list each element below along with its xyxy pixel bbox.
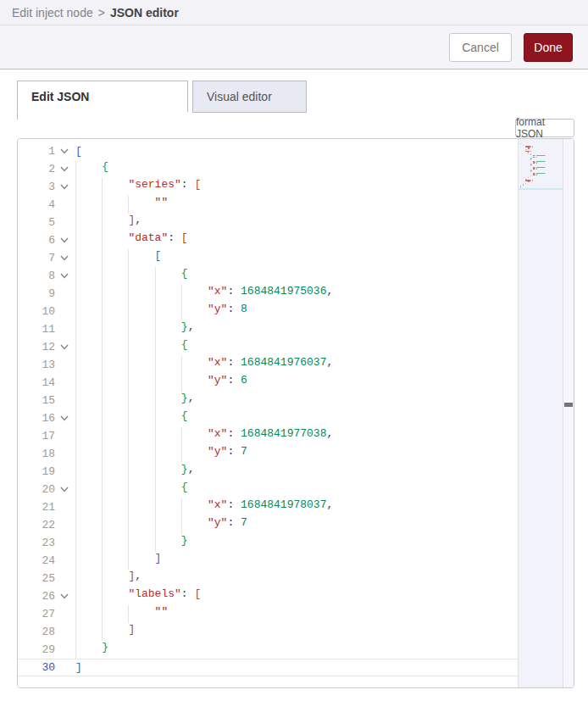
code-line[interactable]: 21 "x": 1684841978037, <box>18 498 518 516</box>
line-number[interactable]: 29 <box>18 643 55 656</box>
editor-scrollbar[interactable] <box>563 139 574 687</box>
code-line[interactable]: 27 "" <box>18 605 518 623</box>
fold-chevron-icon[interactable] <box>55 148 74 154</box>
line-number[interactable]: 13 <box>18 359 55 371</box>
line-number[interactable]: 12 <box>18 341 55 353</box>
code-line[interactable]: 8 { <box>18 267 518 285</box>
line-number[interactable]: 7 <box>18 252 55 264</box>
token-pun: : <box>227 303 241 315</box>
code-line[interactable]: 22 "y": 7 <box>18 516 518 534</box>
code-line[interactable]: 29 } <box>18 641 518 659</box>
indent-guide <box>155 409 181 427</box>
line-number[interactable]: 15 <box>18 394 55 407</box>
code-text: "y": 8 <box>75 303 247 320</box>
line-number[interactable]: 27 <box>18 608 55 620</box>
code-line[interactable]: 10 "y": 8 <box>18 303 518 320</box>
code-line[interactable]: 14 "y": 6 <box>18 374 518 392</box>
code-text: "" <box>75 196 168 214</box>
line-number[interactable]: 8 <box>18 270 55 282</box>
code-line[interactable]: 6 "data": [ <box>18 231 518 249</box>
line-number[interactable]: 17 <box>18 430 55 442</box>
code-text: ], <box>75 570 141 587</box>
fold-chevron-icon[interactable] <box>55 344 74 350</box>
code-line[interactable]: 26 "labels": [ <box>18 587 518 605</box>
line-number[interactable]: 20 <box>18 483 55 496</box>
code-line[interactable]: 2 { <box>18 160 518 178</box>
fold-chevron-icon[interactable] <box>55 255 74 261</box>
line-number[interactable]: 3 <box>18 181 55 193</box>
line-number[interactable]: 4 <box>18 198 55 211</box>
indent-guide <box>102 481 128 498</box>
line-number[interactable]: 28 <box>18 626 55 638</box>
line-number[interactable]: 30 <box>18 661 55 674</box>
dialog-action-bar: Cancel Done <box>0 25 588 70</box>
code-text: }, <box>75 320 194 338</box>
fold-chevron-icon[interactable] <box>55 184 74 190</box>
code-line[interactable]: 16 { <box>18 409 518 427</box>
line-number[interactable]: 21 <box>18 501 55 514</box>
line-number[interactable]: 1 <box>18 145 55 158</box>
done-button[interactable]: Done <box>524 33 573 62</box>
line-number[interactable]: 6 <box>18 234 55 247</box>
code-text: ] <box>75 661 82 674</box>
code-line[interactable]: 4 "" <box>18 196 518 214</box>
tab-edit-json[interactable]: Edit JSON <box>17 81 188 113</box>
fold-chevron-icon[interactable] <box>55 237 74 243</box>
indent-guide <box>102 392 128 409</box>
tab-visual-editor[interactable]: Visual editor <box>192 81 307 113</box>
minimap[interactable] <box>518 139 563 687</box>
line-number[interactable]: 23 <box>18 537 55 549</box>
line-number[interactable]: 5 <box>18 216 55 229</box>
line-number[interactable]: 14 <box>18 376 55 389</box>
code-line[interactable]: 9 "x": 1684841975036, <box>18 285 518 303</box>
code-line[interactable]: 3 "series": [ <box>18 178 518 196</box>
code-line[interactable]: 24 ] <box>18 552 518 570</box>
format-json-button[interactable]: format JSON <box>515 119 574 137</box>
breadcrumb-parent[interactable]: Edit inject node <box>12 6 93 19</box>
fold-chevron-icon[interactable] <box>55 273 74 279</box>
line-number[interactable]: 11 <box>18 323 55 336</box>
line-number[interactable]: 2 <box>18 163 55 175</box>
cancel-button[interactable]: Cancel <box>449 33 512 62</box>
line-number[interactable]: 22 <box>18 519 55 531</box>
code-line[interactable]: 11 }, <box>18 320 518 338</box>
breadcrumb-current: JSON editor <box>110 6 179 19</box>
line-number[interactable]: 18 <box>18 448 55 460</box>
code-line[interactable]: 20 { <box>18 481 518 498</box>
line-number[interactable]: 9 <box>18 287 55 300</box>
code-line[interactable]: 1[ <box>18 142 518 160</box>
fold-chevron-icon[interactable] <box>55 166 74 172</box>
indent-guide <box>102 427 128 445</box>
code-line[interactable]: 13 "x": 1684841976037, <box>18 356 518 374</box>
line-number[interactable]: 16 <box>18 412 55 425</box>
code-line[interactable]: 23 } <box>18 534 518 552</box>
fold-chevron-icon[interactable] <box>55 593 74 599</box>
code-line[interactable]: 7 [ <box>18 249 518 267</box>
code-line[interactable]: 17 "x": 1684841977038, <box>18 427 518 445</box>
line-number[interactable]: 19 <box>18 465 55 478</box>
minimap-mark <box>530 175 531 176</box>
fold-chevron-icon[interactable] <box>55 487 74 492</box>
code-line[interactable]: 15 }, <box>18 392 518 409</box>
indent-guide <box>102 303 128 320</box>
code-line[interactable]: 5 ], <box>18 214 518 231</box>
code-line[interactable]: 18 "y": 7 <box>18 445 518 463</box>
line-number[interactable]: 25 <box>18 572 55 585</box>
scrollbar-cursor-marker[interactable] <box>564 403 573 407</box>
token-key: "labels" <box>128 587 180 600</box>
token-key: "x" <box>208 427 227 440</box>
code-line[interactable]: 25 ], <box>18 570 518 587</box>
line-number[interactable]: 24 <box>18 554 55 567</box>
minimap-mark <box>531 170 532 170</box>
line-number[interactable]: 10 <box>18 305 55 318</box>
token-key: "x" <box>208 285 227 298</box>
code-line[interactable]: 12 { <box>18 338 518 356</box>
code-lines[interactable]: 1[2 {3 "series": [4 ""5 ],6 "data": [7 [… <box>18 139 518 687</box>
code-line[interactable]: 19 }, <box>18 463 518 481</box>
token-b0: [ <box>155 249 162 262</box>
line-number[interactable]: 26 <box>18 590 55 603</box>
code-line[interactable]: 28 ] <box>18 623 518 641</box>
token-b2: [ <box>181 231 188 244</box>
fold-chevron-icon[interactable] <box>55 415 74 421</box>
code-line[interactable]: 30] <box>18 659 518 676</box>
